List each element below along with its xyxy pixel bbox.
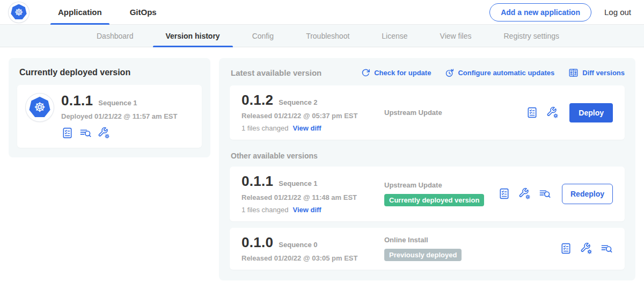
version-source-label: Upstream Update	[384, 181, 498, 189]
refresh-icon	[361, 68, 370, 77]
app-icon-badge: ☸	[26, 93, 54, 121]
deployed-date: Deployed 01/21/22 @ 11:57 am EST	[61, 112, 177, 120]
version-card-0-1-1: 0.1.1 Sequence 1 Released 01/21/22 @ 11:…	[230, 167, 625, 221]
config-icon[interactable]	[98, 127, 110, 139]
tab-view-files[interactable]: View files	[424, 25, 488, 47]
deploy-button[interactable]: Deploy	[569, 103, 613, 122]
kubernetes-logo-icon: ☸	[29, 97, 50, 118]
sequence-label: Sequence 1	[279, 179, 317, 187]
config-icon[interactable]	[546, 106, 559, 119]
tab-application-label: Application	[58, 8, 102, 17]
currently-deployed-badge: Currently deployed version	[384, 194, 484, 206]
available-versions-panel: Latest available version Check for updat…	[219, 58, 635, 280]
version-source-column: Upstream Update	[376, 109, 526, 117]
version-card-0-1-2: 0.1.2 Sequence 2 Released 01/21/22 @ 05:…	[230, 85, 625, 140]
header-actions: Check for update Configure automatic upd…	[361, 68, 625, 78]
main-content: Currently deployed version ☸ 0.1.1 Seque…	[0, 47, 644, 291]
released-date: Released 01/20/22 @ 03:05 pm EST	[241, 254, 376, 262]
diff-versions-link[interactable]: Diff versions	[568, 68, 625, 78]
app-sub-nav: Dashboard Version history Config Trouble…	[0, 25, 644, 47]
currently-deployed-panel: Currently deployed version ☸ 0.1.1 Seque…	[9, 58, 210, 157]
version-number: 0.1.1	[241, 174, 273, 189]
diff-versions-label: Diff versions	[582, 69, 625, 77]
active-subtab-underline	[153, 46, 233, 47]
deployed-version-card: ☸ 0.1.1 Sequence 1 Deployed 01/21/22 @ 1…	[17, 85, 202, 148]
tab-troubleshoot-label: Troubleshoot	[306, 32, 349, 40]
tab-dashboard[interactable]: Dashboard	[80, 25, 150, 47]
deployed-version-info: 0.1.1 Sequence 1 Deployed 01/21/22 @ 11:…	[61, 93, 177, 139]
available-versions-header: Latest available version Check for updat…	[231, 68, 625, 78]
tab-view-files-label: View files	[440, 32, 472, 40]
kubernetes-logo-icon: ☸	[11, 4, 27, 20]
logout-link[interactable]: Log out	[604, 8, 631, 17]
view-diff-link[interactable]: View diff	[292, 124, 321, 132]
version-card-0-1-0: 0.1.0 Sequence 0 Released 01/20/22 @ 03:…	[230, 228, 625, 270]
version-number: 0.1.2	[241, 93, 273, 107]
configure-automatic-updates-link[interactable]: Configure automatic updates	[445, 68, 554, 77]
tab-registry-settings-label: Registry settings	[503, 32, 559, 40]
top-nav-right: Add a new application Log out	[489, 3, 631, 21]
tab-license[interactable]: License	[365, 25, 423, 47]
tab-gitops-label: GitOps	[130, 8, 157, 17]
configure-updates-label: Configure automatic updates	[458, 69, 554, 77]
previously-deployed-badge: Previously deployed	[384, 249, 462, 261]
add-application-button[interactable]: Add a new application	[489, 3, 591, 21]
released-date: Released 01/21/22 @ 11:48 am EST	[241, 193, 376, 201]
files-changed-label: 1 files changed	[241, 206, 288, 214]
view-diff-link[interactable]: View diff	[292, 206, 321, 214]
sequence-label: Sequence 0	[279, 241, 317, 249]
tab-application[interactable]: Application	[44, 0, 116, 25]
logs-icon[interactable]	[79, 127, 92, 139]
version-actions	[560, 242, 613, 255]
version-info: 0.1.1 Sequence 1 Released 01/21/22 @ 11:…	[241, 174, 376, 213]
version-actions: Deploy	[526, 103, 613, 122]
deployed-sequence-label: Sequence 1	[98, 99, 137, 107]
release-notes-icon[interactable]	[560, 242, 572, 255]
top-nav: ☸ Application GitOps Add a new applicati…	[0, 0, 644, 25]
release-notes-icon[interactable]	[61, 127, 74, 139]
version-source-column: Upstream Update Currently deployed versi…	[376, 181, 498, 206]
version-number: 0.1.0	[241, 235, 273, 250]
version-source-label: Online Install	[384, 236, 560, 244]
redeploy-button[interactable]: Redeploy	[562, 184, 613, 204]
logs-icon[interactable]	[539, 187, 551, 200]
tab-troubleshoot[interactable]: Troubleshoot	[290, 25, 365, 47]
check-for-update-label: Check for update	[374, 69, 431, 77]
version-source-column: Online Install Previously deployed	[376, 236, 560, 261]
release-notes-icon[interactable]	[498, 187, 510, 200]
config-icon[interactable]	[580, 242, 592, 255]
top-nav-tabs: Application GitOps	[44, 0, 171, 25]
other-versions-title: Other available versions	[231, 152, 625, 160]
sequence-label: Sequence 2	[279, 98, 317, 106]
deployed-version-number: 0.1.1	[61, 93, 93, 108]
tab-config[interactable]: Config	[236, 25, 290, 47]
tab-version-history[interactable]: Version history	[150, 25, 236, 47]
version-source-label: Upstream Update	[384, 109, 526, 117]
deployed-panel-title: Currently deployed version	[19, 68, 202, 77]
diff-icon	[568, 68, 579, 78]
tab-dashboard-label: Dashboard	[97, 32, 134, 40]
version-info: 0.1.0 Sequence 0 Released 01/20/22 @ 03:…	[241, 235, 376, 262]
tab-gitops[interactable]: GitOps	[116, 0, 171, 25]
app-logo: ☸	[9, 2, 29, 23]
tab-config-label: Config	[252, 32, 274, 40]
release-notes-icon[interactable]	[526, 106, 538, 119]
version-info: 0.1.2 Sequence 2 Released 01/21/22 @ 05:…	[241, 93, 376, 132]
version-actions: Redeploy	[498, 184, 613, 204]
latest-version-title: Latest available version	[231, 68, 321, 77]
logs-icon[interactable]	[601, 242, 613, 255]
released-date: Released 01/21/22 @ 05:37 pm EST	[241, 112, 376, 120]
check-for-update-link[interactable]: Check for update	[361, 68, 431, 77]
config-icon[interactable]	[518, 187, 531, 200]
schedule-icon	[445, 68, 454, 77]
tab-version-history-label: Version history	[166, 32, 220, 40]
files-changed-label: 1 files changed	[241, 124, 288, 132]
tab-registry-settings[interactable]: Registry settings	[487, 25, 575, 47]
deployed-action-icons	[61, 127, 177, 139]
tab-license-label: License	[382, 32, 407, 40]
